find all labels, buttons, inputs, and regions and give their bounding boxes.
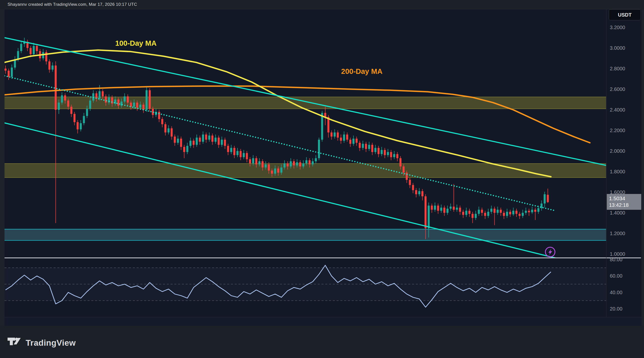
right-margin (641, 9, 644, 326)
candle-body (425, 196, 427, 228)
candle-body (168, 128, 170, 132)
candle-body (409, 180, 411, 185)
candle-body (522, 213, 524, 216)
candle-body (309, 160, 311, 164)
candle-body (83, 116, 85, 123)
candle-body (211, 136, 213, 142)
candle-body (230, 148, 232, 152)
rsi-tick: 40.00 (610, 290, 640, 295)
candle-body (390, 152, 392, 157)
candle-body (99, 91, 101, 98)
candle-body (456, 208, 458, 210)
currency-toggle-button[interactable]: USDT (609, 9, 641, 20)
candle-body (359, 143, 361, 148)
candle-body (437, 206, 439, 211)
candle-body (509, 212, 511, 214)
resistance-zone[interactable] (5, 97, 606, 109)
rsi-tick: 20.00 (610, 306, 640, 312)
candle-body (36, 46, 38, 51)
candle-body (547, 195, 549, 202)
candle-body (371, 145, 373, 152)
candle-body (293, 161, 295, 165)
candle-body (262, 161, 264, 168)
candle-body (164, 124, 166, 132)
candle-body (280, 168, 282, 173)
candle-body (534, 210, 536, 212)
candle-body (525, 211, 527, 213)
candle-body (186, 146, 188, 152)
price-chart-svg[interactable] (0, 0, 644, 358)
candle-body (544, 194, 546, 203)
candle-body (102, 91, 104, 96)
pane-separator[interactable] (5, 258, 641, 258)
candle-body (258, 161, 260, 164)
candle-body (89, 100, 91, 109)
candle-body (271, 171, 273, 174)
candle-body (265, 164, 267, 167)
candle-body (450, 207, 452, 209)
candlesticks (5, 38, 549, 239)
mid-support-zone[interactable] (5, 164, 606, 178)
candle-body (233, 148, 235, 155)
candle-body (55, 66, 57, 110)
candle-body (368, 145, 370, 149)
tradingview-chart-screenshot: Shayannv created with TradingView.com, M… (0, 0, 644, 358)
candle-body (518, 214, 520, 216)
candle-body (183, 147, 185, 152)
candle-body (208, 136, 210, 140)
candle-body (302, 163, 304, 166)
candle-body (475, 214, 477, 218)
candle-body (8, 71, 10, 77)
tradingview-logo[interactable]: TradingView (8, 338, 76, 348)
candle-body (515, 211, 517, 214)
candle-body (221, 140, 223, 145)
candle-body (193, 141, 195, 145)
candle-body (146, 90, 148, 110)
time-axis-strip[interactable] (5, 317, 641, 326)
candle-body (506, 212, 508, 216)
candle-body (340, 138, 342, 141)
candle-body (240, 151, 242, 157)
candle-body (243, 153, 245, 157)
candle-body (189, 141, 191, 146)
lower-support-zone[interactable] (5, 229, 606, 240)
candle-body (52, 66, 54, 70)
price-tick: 2.2000 (610, 128, 640, 133)
candle-body (337, 132, 339, 138)
candle-body (227, 146, 229, 152)
price-tick: 3.2000 (610, 25, 640, 30)
bar-countdown: 13:42:18 (609, 202, 641, 209)
candle-body (296, 162, 298, 165)
candle-body (77, 122, 79, 129)
candle-body (431, 206, 433, 210)
candle-body (30, 48, 32, 54)
lightning-icon[interactable] (545, 247, 555, 257)
candle-body (352, 139, 354, 144)
candle-body (531, 210, 533, 212)
candle-body (215, 138, 217, 142)
candle-body (428, 206, 430, 228)
candle-body (462, 212, 464, 215)
candle-body (512, 211, 514, 214)
candle-body (196, 138, 198, 145)
candle-body (277, 169, 279, 173)
candle-body (415, 190, 417, 194)
candle-body (472, 214, 474, 218)
candle-body (443, 208, 445, 213)
candle-body (494, 209, 496, 213)
price-tick: 1.0000 (610, 251, 640, 257)
candle-body (331, 132, 333, 136)
candle-body (315, 158, 317, 161)
price-tick: 2.8000 (610, 66, 640, 72)
candle-body (468, 211, 470, 214)
candle-body (497, 210, 499, 213)
moving-averages-and-trendlines[interactable] (5, 38, 606, 259)
candle-body (287, 163, 289, 166)
candle-body (290, 161, 292, 167)
candle-body (5, 69, 7, 71)
candle-body (299, 162, 301, 166)
candle-body (412, 185, 414, 190)
price-tick: 2.4000 (610, 107, 640, 113)
candle-body (334, 132, 336, 136)
candle-body (318, 140, 320, 158)
